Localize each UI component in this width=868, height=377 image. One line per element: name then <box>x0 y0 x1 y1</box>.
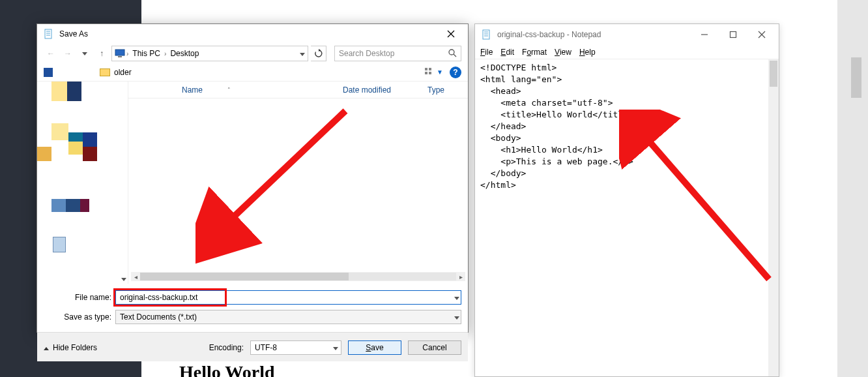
svg-rect-6 <box>115 50 124 55</box>
maximize-icon <box>729 31 737 38</box>
file-list-pane[interactable]: Name ˄ Date modified Type ◂ ▸ <box>128 82 468 284</box>
save-as-dialog: Save As ← → ↑ › This PC › Desktop Search… <box>36 23 469 333</box>
menu-help[interactable]: Help <box>579 48 596 57</box>
sidebar-thumb <box>83 132 97 147</box>
view-grid-icon <box>425 68 435 77</box>
chevron-down-icon[interactable] <box>454 314 459 321</box>
search-placeholder: Search Desktop <box>339 49 394 58</box>
encoding-label: Encoding: <box>209 343 244 352</box>
monitor-icon <box>115 48 125 59</box>
close-button[interactable] <box>438 27 464 41</box>
notepad-menubar[interactable]: File Edit Format View Help <box>475 45 779 59</box>
sort-caret-icon: ˄ <box>227 87 231 93</box>
nav-sidebar[interactable] <box>37 82 128 284</box>
sidebar-thumb <box>67 82 81 101</box>
close-button[interactable] <box>747 26 776 43</box>
dialog-bottom-bar: Hide Folders Encoding: UTF-8 Save Cancel <box>37 332 468 361</box>
sidebar-thumb <box>51 123 68 140</box>
filename-input[interactable]: original-css-backup.txt <box>115 290 461 305</box>
notepad-titlebar[interactable]: original-css-backup - Notepad <box>475 24 779 45</box>
menu-format[interactable]: Format <box>522 48 547 57</box>
notepad-vertical-scrollbar[interactable] <box>768 59 779 376</box>
organize-icon <box>44 68 53 77</box>
chevron-right-icon: › <box>126 50 128 57</box>
maximize-button[interactable] <box>719 26 747 43</box>
svg-rect-10 <box>425 68 427 70</box>
menu-view[interactable]: View <box>555 48 571 57</box>
svg-rect-13 <box>429 72 431 74</box>
column-headers[interactable]: Name ˄ Date modified Type <box>128 82 468 98</box>
refresh-icon <box>314 49 323 58</box>
sidebar-thumb <box>83 147 97 161</box>
address-bar[interactable]: › This PC › Desktop <box>111 46 308 61</box>
sidebar-thumb <box>51 140 68 156</box>
svg-rect-19 <box>731 32 736 38</box>
page-hello-heading: Hello World <box>179 362 275 377</box>
svg-line-9 <box>454 54 456 57</box>
chevron-down-icon[interactable] <box>454 294 459 301</box>
menu-file[interactable]: File <box>480 48 493 57</box>
notepad-file-icon <box>44 29 54 39</box>
sidebar-thumb <box>51 82 67 101</box>
col-modified[interactable]: Date modified <box>338 85 422 95</box>
nav-row: ← → ↑ › This PC › Desktop Search Desktop <box>37 44 468 63</box>
notepad-window: original-css-backup - Notepad File Edit … <box>474 23 779 377</box>
nav-recent-dropdown[interactable] <box>78 46 92 61</box>
col-name[interactable]: Name <box>177 85 208 95</box>
col-type[interactable]: Type <box>422 85 468 95</box>
folder-icon <box>100 68 110 76</box>
sidebar-thumb <box>68 132 83 142</box>
encoding-select[interactable]: UTF-8 <box>250 340 341 355</box>
savetype-select[interactable]: Text Documents (*.txt) <box>115 310 461 324</box>
savetype-label: Save as type: <box>44 312 115 322</box>
breadcrumb-this-pc[interactable]: This PC <box>130 49 163 58</box>
scroll-track[interactable] <box>140 273 456 280</box>
nav-back-button[interactable]: ← <box>44 46 58 61</box>
save-as-titlebar[interactable]: Save As <box>37 24 468 44</box>
nav-forward-button[interactable]: → <box>61 46 75 61</box>
sidebar-thumb <box>53 237 66 252</box>
form-area: File name: original-css-backup.txt Save … <box>37 284 468 332</box>
scroll-thumb[interactable] <box>770 61 777 87</box>
nav-up-button[interactable]: ↑ <box>94 46 109 61</box>
filename-label: File name: <box>44 293 115 302</box>
svg-point-8 <box>449 50 454 55</box>
chevron-down-icon[interactable] <box>333 344 338 352</box>
refresh-button[interactable] <box>311 46 326 61</box>
scroll-left-icon[interactable]: ◂ <box>131 273 140 280</box>
encoding-value: UTF-8 <box>255 343 277 352</box>
horizontal-scrollbar[interactable]: ◂ ▸ <box>131 272 465 281</box>
breadcrumb-desktop[interactable]: Desktop <box>167 49 201 58</box>
sidebar-thumb <box>51 199 66 212</box>
hide-folders-toggle[interactable]: Hide Folders <box>44 343 97 352</box>
address-dropdown-icon[interactable] <box>300 50 305 57</box>
page-scrollbar-thumb[interactable] <box>851 57 861 98</box>
sidebar-thumb <box>68 140 83 155</box>
right-gray-strip <box>837 0 868 377</box>
sidebar-thumb <box>66 199 80 212</box>
help-button[interactable]: ? <box>450 67 461 78</box>
notepad-title: original-css-backup - Notepad <box>497 30 690 39</box>
search-input[interactable]: Search Desktop <box>334 46 461 61</box>
chevron-up-icon <box>44 343 49 352</box>
notepad-app-icon <box>482 29 492 40</box>
sidebar-expand-icon[interactable] <box>121 275 126 282</box>
svg-rect-0 <box>45 29 51 38</box>
search-icon <box>448 48 457 59</box>
chevron-right-icon: › <box>164 50 166 57</box>
sidebar-thumb <box>37 147 51 161</box>
save-button[interactable]: Save <box>348 340 401 355</box>
new-folder-label[interactable]: older <box>114 68 132 77</box>
cancel-button[interactable]: Cancel <box>408 340 461 355</box>
scroll-right-icon[interactable]: ▸ <box>456 273 465 280</box>
save-as-title: Save As <box>59 29 438 38</box>
menu-edit[interactable]: Edit <box>500 48 514 57</box>
scroll-thumb[interactable] <box>140 273 349 280</box>
minimize-button[interactable] <box>690 26 719 43</box>
dialog-toolbar: older ▼ ? <box>37 63 468 82</box>
close-icon <box>758 31 766 38</box>
svg-rect-12 <box>425 72 427 74</box>
view-mode-button[interactable]: ▼ <box>425 68 443 77</box>
notepad-text-area[interactable]: <!DOCTYPE html> <html lang="en"> <head> … <box>475 59 779 376</box>
hide-folders-label: Hide Folders <box>53 343 97 352</box>
